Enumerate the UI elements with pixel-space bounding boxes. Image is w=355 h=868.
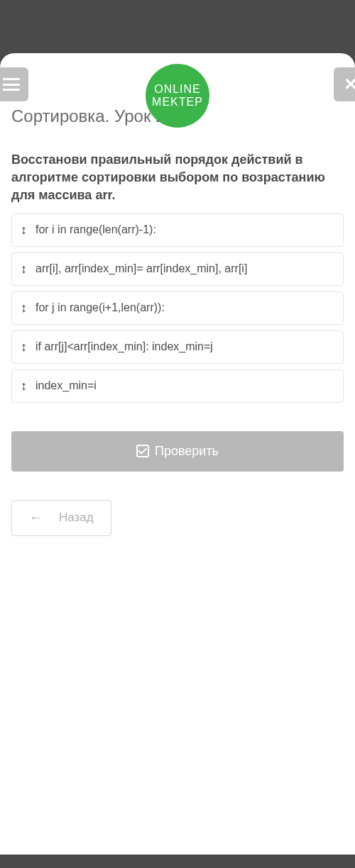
logo: ONLINE MEKTEP — [146, 64, 209, 128]
check-button[interactable]: Проверить — [11, 431, 344, 472]
sortable-item[interactable]: ↕ if arr[j]<arr[index_min]: index_min=j — [11, 330, 344, 364]
close-button[interactable]: ✕ — [334, 67, 355, 101]
sortable-item[interactable]: ↕ arr[i], arr[index_min]= arr[index_min]… — [11, 252, 344, 286]
main-card: ✕ Сортировка. Урок 2 Восстанови правильн… — [0, 53, 355, 855]
item-text: for i in range(len(arr)-1): — [36, 223, 334, 236]
drag-handle-icon: ↕ — [21, 340, 27, 355]
item-text: for j in range(i+1,len(arr)): — [36, 301, 334, 314]
sortable-item[interactable]: ↕ index_min=i — [11, 369, 344, 403]
check-button-label: Проверить — [155, 444, 219, 459]
sortable-item[interactable]: ↕ for j in range(i+1,len(arr)): — [11, 291, 344, 325]
question-text: Восстанови правильный порядок действий в… — [0, 151, 355, 205]
back-button-label: Назад — [59, 511, 94, 525]
back-button[interactable]: ← Назад — [11, 500, 111, 536]
checkmark-icon — [136, 445, 149, 457]
drag-handle-icon: ↕ — [21, 301, 27, 316]
drag-handle-icon: ↕ — [21, 379, 27, 394]
item-text: if arr[j]<arr[index_min]: index_min=j — [36, 340, 334, 353]
arrow-left-icon: ← — [29, 511, 42, 525]
drag-handle-icon: ↕ — [21, 262, 27, 277]
logo-line2: MEKTEP — [152, 96, 203, 108]
hamburger-icon — [3, 78, 20, 91]
logo-line1: ONLINE — [154, 83, 201, 96]
drag-handle-icon: ↕ — [21, 223, 27, 238]
item-text: index_min=i — [36, 379, 334, 392]
sortable-list: ↕ for i in range(len(arr)-1): ↕ arr[i], … — [0, 213, 355, 403]
close-icon: ✕ — [344, 74, 355, 94]
item-text: arr[i], arr[index_min]= arr[index_min], … — [36, 262, 334, 275]
sortable-item[interactable]: ↕ for i in range(len(arr)-1): — [11, 213, 344, 247]
menu-button[interactable] — [0, 67, 28, 101]
